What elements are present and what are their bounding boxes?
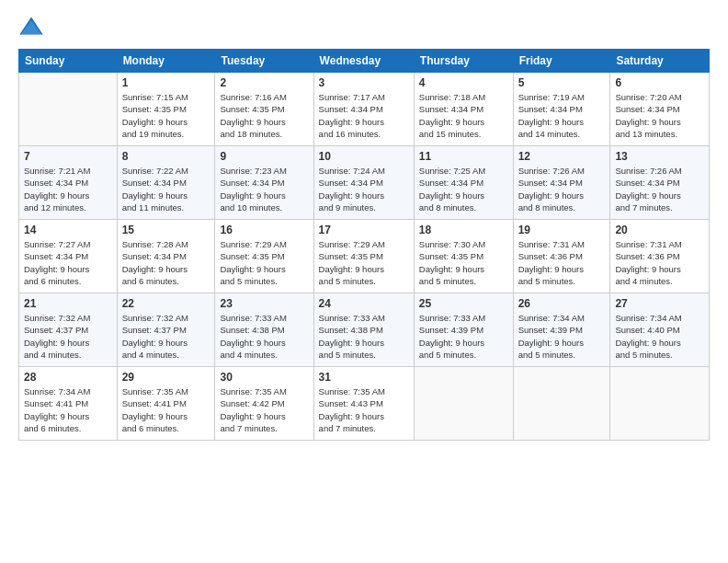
day-info: Sunrise: 7:33 AMSunset: 4:39 PMDaylight:… (419, 312, 508, 361)
calendar-cell (513, 367, 610, 441)
day-info: Sunrise: 7:19 AMSunset: 4:34 PMDaylight:… (518, 91, 606, 140)
calendar-cell (414, 367, 513, 441)
day-number: 17 (319, 224, 409, 236)
logo (18, 14, 48, 40)
calendar-week-row: 28Sunrise: 7:34 AMSunset: 4:41 PMDayligh… (19, 367, 710, 441)
day-number: 22 (122, 297, 210, 310)
calendar-cell: 15Sunrise: 7:28 AMSunset: 4:34 PMDayligh… (117, 220, 215, 293)
day-info: Sunrise: 7:25 AMSunset: 4:34 PMDaylight:… (419, 165, 508, 213)
calendar-cell (610, 367, 710, 441)
day-info: Sunrise: 7:30 AMSunset: 4:35 PMDaylight:… (419, 238, 508, 287)
calendar-cell: 19Sunrise: 7:31 AMSunset: 4:36 PMDayligh… (513, 220, 610, 293)
calendar-cell: 1Sunrise: 7:15 AMSunset: 4:35 PMDaylight… (117, 73, 215, 146)
day-info: Sunrise: 7:32 AMSunset: 4:37 PMDaylight:… (24, 312, 112, 361)
day-number: 7 (24, 150, 112, 163)
day-info: Sunrise: 7:22 AMSunset: 4:34 PMDaylight:… (122, 165, 210, 213)
day-info: Sunrise: 7:34 AMSunset: 4:39 PMDaylight:… (518, 312, 606, 361)
day-info: Sunrise: 7:35 AMSunset: 4:42 PMDaylight:… (220, 385, 308, 434)
day-info: Sunrise: 7:33 AMSunset: 4:38 PMDaylight:… (319, 312, 409, 361)
day-info: Sunrise: 7:16 AMSunset: 4:35 PMDaylight:… (220, 91, 308, 140)
day-number: 2 (220, 76, 308, 89)
calendar-cell: 9Sunrise: 7:23 AMSunset: 4:34 PMDaylight… (215, 146, 313, 220)
day-info: Sunrise: 7:33 AMSunset: 4:38 PMDaylight:… (220, 312, 308, 361)
calendar-cell: 14Sunrise: 7:27 AMSunset: 4:34 PMDayligh… (19, 220, 118, 293)
weekday-header-monday: Monday (117, 50, 215, 73)
day-number: 10 (319, 150, 409, 163)
calendar-cell: 12Sunrise: 7:26 AMSunset: 4:34 PMDayligh… (513, 146, 610, 220)
day-info: Sunrise: 7:23 AMSunset: 4:34 PMDaylight:… (220, 165, 308, 213)
weekday-header-thursday: Thursday (414, 50, 513, 73)
day-number: 27 (615, 297, 704, 310)
day-number: 30 (220, 371, 308, 384)
calendar-cell: 25Sunrise: 7:33 AMSunset: 4:39 PMDayligh… (414, 293, 513, 367)
calendar-week-row: 21Sunrise: 7:32 AMSunset: 4:37 PMDayligh… (19, 293, 710, 367)
day-info: Sunrise: 7:24 AMSunset: 4:34 PMDaylight:… (319, 165, 409, 213)
calendar-cell: 5Sunrise: 7:19 AMSunset: 4:34 PMDaylight… (513, 73, 610, 146)
calendar-cell: 13Sunrise: 7:26 AMSunset: 4:34 PMDayligh… (610, 146, 710, 220)
day-number: 26 (518, 297, 606, 310)
day-number: 1 (122, 76, 210, 89)
day-info: Sunrise: 7:32 AMSunset: 4:37 PMDaylight:… (122, 312, 210, 361)
day-number: 5 (518, 76, 606, 89)
calendar-week-row: 1Sunrise: 7:15 AMSunset: 4:35 PMDaylight… (19, 73, 710, 146)
weekday-header-tuesday: Tuesday (215, 50, 313, 73)
day-info: Sunrise: 7:34 AMSunset: 4:41 PMDaylight:… (24, 385, 112, 434)
calendar-cell: 6Sunrise: 7:20 AMSunset: 4:34 PMDaylight… (610, 73, 710, 146)
day-number: 8 (122, 150, 210, 163)
calendar-cell: 24Sunrise: 7:33 AMSunset: 4:38 PMDayligh… (313, 293, 414, 367)
day-info: Sunrise: 7:31 AMSunset: 4:36 PMDaylight:… (518, 238, 606, 287)
day-info: Sunrise: 7:26 AMSunset: 4:34 PMDaylight:… (615, 165, 704, 213)
calendar-week-row: 7Sunrise: 7:21 AMSunset: 4:34 PMDaylight… (19, 146, 710, 220)
calendar-cell: 17Sunrise: 7:29 AMSunset: 4:35 PMDayligh… (313, 220, 414, 293)
calendar-cell (19, 73, 118, 146)
calendar-cell: 8Sunrise: 7:22 AMSunset: 4:34 PMDaylight… (117, 146, 215, 220)
weekday-header-wednesday: Wednesday (313, 50, 414, 73)
day-number: 29 (122, 371, 210, 384)
calendar-cell: 16Sunrise: 7:29 AMSunset: 4:35 PMDayligh… (215, 220, 313, 293)
day-info: Sunrise: 7:20 AMSunset: 4:34 PMDaylight:… (615, 91, 704, 140)
day-info: Sunrise: 7:26 AMSunset: 4:34 PMDaylight:… (518, 165, 606, 213)
day-number: 24 (319, 297, 409, 310)
day-number: 20 (615, 224, 704, 236)
calendar-cell: 29Sunrise: 7:35 AMSunset: 4:41 PMDayligh… (117, 367, 215, 441)
svg-marker-1 (21, 20, 41, 34)
calendar-cell: 3Sunrise: 7:17 AMSunset: 4:34 PMDaylight… (313, 73, 414, 146)
day-number: 9 (220, 150, 308, 163)
calendar-cell: 2Sunrise: 7:16 AMSunset: 4:35 PMDaylight… (215, 73, 313, 146)
calendar-week-row: 14Sunrise: 7:27 AMSunset: 4:34 PMDayligh… (19, 220, 710, 293)
day-number: 3 (319, 76, 409, 89)
calendar-cell: 31Sunrise: 7:35 AMSunset: 4:43 PMDayligh… (313, 367, 414, 441)
calendar-cell: 26Sunrise: 7:34 AMSunset: 4:39 PMDayligh… (513, 293, 610, 367)
calendar-table: SundayMondayTuesdayWednesdayThursdayFrid… (18, 49, 710, 441)
calendar-cell: 18Sunrise: 7:30 AMSunset: 4:35 PMDayligh… (414, 220, 513, 293)
day-number: 23 (220, 297, 308, 310)
day-number: 28 (24, 371, 112, 384)
day-info: Sunrise: 7:31 AMSunset: 4:36 PMDaylight:… (615, 238, 704, 287)
day-info: Sunrise: 7:15 AMSunset: 4:35 PMDaylight:… (122, 91, 210, 140)
calendar-cell: 7Sunrise: 7:21 AMSunset: 4:34 PMDaylight… (19, 146, 118, 220)
weekday-header-friday: Friday (513, 50, 610, 73)
day-number: 4 (419, 76, 508, 89)
calendar-cell: 27Sunrise: 7:34 AMSunset: 4:40 PMDayligh… (610, 293, 710, 367)
day-info: Sunrise: 7:18 AMSunset: 4:34 PMDaylight:… (419, 91, 508, 140)
day-number: 6 (615, 76, 704, 89)
day-info: Sunrise: 7:28 AMSunset: 4:34 PMDaylight:… (122, 238, 210, 287)
calendar-cell: 11Sunrise: 7:25 AMSunset: 4:34 PMDayligh… (414, 146, 513, 220)
day-info: Sunrise: 7:34 AMSunset: 4:40 PMDaylight:… (615, 312, 704, 361)
day-info: Sunrise: 7:21 AMSunset: 4:34 PMDaylight:… (24, 165, 112, 213)
day-info: Sunrise: 7:29 AMSunset: 4:35 PMDaylight:… (220, 238, 308, 287)
day-number: 18 (419, 224, 508, 236)
weekday-header-sunday: Sunday (19, 50, 118, 73)
calendar-cell: 23Sunrise: 7:33 AMSunset: 4:38 PMDayligh… (215, 293, 313, 367)
calendar-cell: 10Sunrise: 7:24 AMSunset: 4:34 PMDayligh… (313, 146, 414, 220)
calendar-cell: 22Sunrise: 7:32 AMSunset: 4:37 PMDayligh… (117, 293, 215, 367)
day-number: 31 (319, 371, 409, 384)
day-info: Sunrise: 7:29 AMSunset: 4:35 PMDaylight:… (319, 238, 409, 287)
day-number: 19 (518, 224, 606, 236)
calendar-cell: 28Sunrise: 7:34 AMSunset: 4:41 PMDayligh… (19, 367, 118, 441)
day-info: Sunrise: 7:35 AMSunset: 4:43 PMDaylight:… (319, 385, 409, 434)
day-number: 16 (220, 224, 308, 236)
day-number: 21 (24, 297, 112, 310)
page-header (18, 14, 710, 40)
calendar-cell: 20Sunrise: 7:31 AMSunset: 4:36 PMDayligh… (610, 220, 710, 293)
